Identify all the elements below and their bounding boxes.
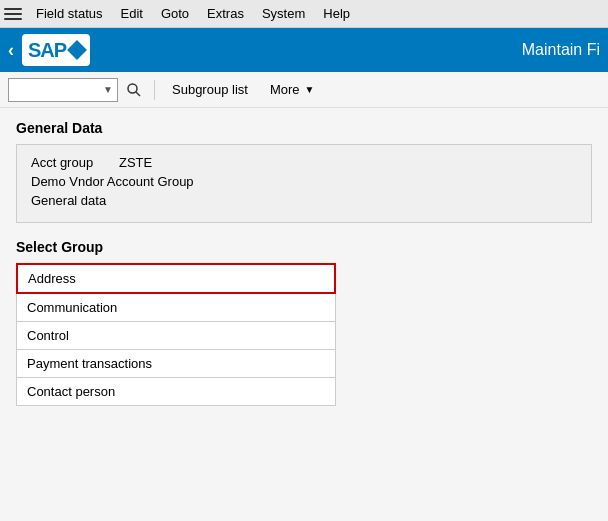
menu-goto[interactable]: Goto xyxy=(153,4,197,23)
subgroup-list-button[interactable]: Subgroup list xyxy=(163,78,257,102)
select-group-title: Select Group xyxy=(16,239,592,255)
group-item-communication[interactable]: Communication xyxy=(16,293,336,322)
menu-system[interactable]: System xyxy=(254,4,313,23)
menu-edit[interactable]: Edit xyxy=(112,4,150,23)
sap-logo: SAP xyxy=(22,34,90,66)
sap-logo-text: SAP xyxy=(28,39,66,62)
svg-point-0 xyxy=(128,84,137,93)
acct-group-value: ZSTE xyxy=(119,155,152,170)
chevron-down-icon: ▼ xyxy=(103,84,113,95)
more-label: More xyxy=(270,82,300,97)
svg-line-1 xyxy=(136,92,140,96)
group-item-address[interactable]: Address xyxy=(16,263,336,294)
header-bar: ‹ SAP Maintain Fi xyxy=(0,28,608,72)
toolbar: ▼ Subgroup list More ▼ xyxy=(0,72,608,108)
back-button[interactable]: ‹ xyxy=(8,40,14,61)
acct-group-row: Acct group ZSTE xyxy=(31,155,577,170)
general-data-label: General data xyxy=(31,193,577,208)
general-data-title: General Data xyxy=(16,120,592,136)
page-title: Maintain Fi xyxy=(522,41,600,59)
group-list: Address Communication Control Payment tr… xyxy=(16,263,336,405)
group-item-contact[interactable]: Contact person xyxy=(16,377,336,406)
menu-extras[interactable]: Extras xyxy=(199,4,252,23)
menu-help[interactable]: Help xyxy=(315,4,358,23)
menu-bar: Field status Edit Goto Extras System Hel… xyxy=(0,0,608,28)
acct-group-label: Acct group xyxy=(31,155,111,170)
group-item-payment[interactable]: Payment transactions xyxy=(16,349,336,378)
more-button[interactable]: More ▼ xyxy=(261,78,324,102)
chevron-down-icon: ▼ xyxy=(305,84,315,95)
general-data-box: Acct group ZSTE Demo Vndor Account Group… xyxy=(16,144,592,223)
main-content: General Data Acct group ZSTE Demo Vndor … xyxy=(0,108,608,417)
vendor-description: Demo Vndor Account Group xyxy=(31,174,577,189)
hamburger-icon[interactable] xyxy=(4,8,22,20)
sap-logo-diamond xyxy=(67,40,87,60)
menu-field-status[interactable]: Field status xyxy=(28,4,110,23)
toolbar-separator xyxy=(154,80,155,100)
search-icon[interactable] xyxy=(122,78,146,102)
group-item-control[interactable]: Control xyxy=(16,321,336,350)
dropdown-select[interactable]: ▼ xyxy=(8,78,118,102)
